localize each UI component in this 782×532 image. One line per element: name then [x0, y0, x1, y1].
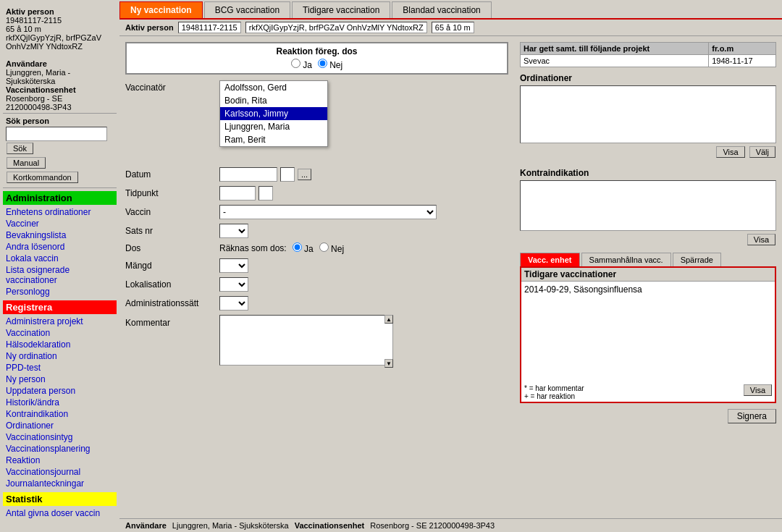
sidebar-item-ny-person[interactable]: Ny person: [3, 373, 117, 385]
sidebar-item-vacciner[interactable]: Vacciner: [3, 218, 117, 229]
ordinationer-box: [520, 85, 776, 143]
ordinationer-section: Ordinationer Visa Välj: [520, 73, 776, 162]
dos-ja-radio[interactable]: [293, 242, 302, 252]
visa-valj-buttons: Visa Välj: [520, 145, 776, 159]
sidebar-item-lista-osignerade[interactable]: Lista osignerade vaccinationer: [3, 264, 117, 286]
tab-bcg-vaccination[interactable]: BCG vaccination: [204, 1, 290, 18]
sidebar-item-historik-andra[interactable]: Historik/ändra: [3, 397, 117, 408]
tab-ny-vaccination[interactable]: Ny vaccination: [119, 1, 203, 18]
tidpunkt-extra[interactable]: [258, 186, 273, 200]
vacc-tab-sammanhallna[interactable]: Sammanhållna vacc.: [581, 253, 671, 266]
reaction-ja-radio[interactable]: [291, 59, 300, 68]
project-name: Svevac: [521, 55, 709, 67]
stats-header: Statistik: [3, 492, 117, 506]
kommentar-row: Kommentar ▲ ▼: [125, 315, 508, 368]
patient-name2: OnhVzMlY YNdtoxRZ: [6, 42, 112, 51]
vaccin-select[interactable]: -: [219, 205, 437, 219]
form-panel: Reaktion föreg. dos Ja Nej Vaccinatör: [119, 36, 514, 518]
aktiv-person-id: 19481117-2115: [178, 22, 241, 33]
project-date-col-header: fr.o.m: [709, 43, 776, 55]
kommentar-scroll-up[interactable]: ▲: [384, 315, 393, 324]
dos-nej-label[interactable]: Nej: [319, 242, 344, 254]
vacc-tab-enhet[interactable]: Vacc. enhet: [520, 253, 580, 266]
ordinationer-visa-button[interactable]: Visa: [716, 146, 744, 158]
dropdown-item-adolfsson[interactable]: Adolfsson, Gerd: [220, 81, 327, 94]
aktiv-person-bar-label: Aktiv person: [125, 23, 174, 32]
sidebar-item-uppdatera-person[interactable]: Uppdatera person: [3, 385, 117, 397]
tidigare-vacc-visa-button[interactable]: Visa: [744, 384, 772, 396]
content-body: Reaktion föreg. dos Ja Nej Vaccinatör: [119, 36, 782, 518]
kontraindikation-visa-button[interactable]: Visa: [747, 234, 775, 245]
sidebar-item-vaccinationsjournal[interactable]: Vaccinationsjournal: [3, 466, 117, 478]
tidpunkt-control: [219, 186, 508, 200]
project-row: Svevac 1948-11-17: [521, 55, 776, 67]
sidebar-item-kontraindikation[interactable]: Kontraindikation: [3, 408, 117, 420]
tab-tidigare-vaccination[interactable]: Tidigare vaccination: [292, 1, 390, 18]
mangd-select[interactable]: [219, 258, 248, 273]
lokalisation-control: [219, 277, 508, 292]
vaccinor-row: Vaccinatör Adolfsson, Gerd Bodin, Rita K…: [125, 80, 508, 95]
datum-extra[interactable]: [280, 167, 295, 182]
sidebar-item-enhetens-ordinationer[interactable]: Enhetens ordinationer: [3, 206, 117, 218]
sidebar-item-ppd-test[interactable]: PPD-test: [3, 362, 117, 373]
kommentar-scroll-down[interactable]: ▼: [384, 359, 393, 368]
sidebar-item-vaccination[interactable]: Vaccination: [3, 327, 117, 339]
lokalisation-select[interactable]: [219, 277, 248, 292]
manual-button[interactable]: Manual: [7, 157, 46, 169]
sidebar-item-andra-losenord[interactable]: Andra lösenord: [3, 241, 117, 253]
vacc-tab-sparrade[interactable]: Spärrade: [673, 253, 721, 266]
datum-input[interactable]: [219, 167, 277, 182]
reaction-nej-label[interactable]: Nej: [318, 59, 342, 70]
dos-label: Dos: [125, 243, 219, 253]
sidebar-item-administrera-projekt[interactable]: Administrera projekt: [3, 316, 117, 327]
dos-ja-label[interactable]: Ja: [293, 242, 314, 254]
dropdown-item-karlsson[interactable]: Karlsson, Jimmy: [220, 107, 327, 120]
reaction-nej-radio[interactable]: [318, 59, 327, 68]
mangd-control: [219, 258, 508, 273]
content-area: Ny vaccination BCG vaccination Tidigare …: [119, 0, 782, 532]
sidebar-item-vaccinationsplanering[interactable]: Vaccinationsplanering: [3, 443, 117, 455]
sidebar-item-personlogg[interactable]: Personlogg: [3, 286, 117, 297]
sidebar-item-halsodeklaration[interactable]: Hälsodeklaration: [3, 339, 117, 350]
search-section: Sök person Sök Manual Kortkommandon: [3, 114, 117, 188]
kortkommandon-button[interactable]: Kortkommandon: [7, 172, 78, 183]
patient-info: Aktiv person 19481117-2115 65 å 10 m rkf…: [3, 4, 117, 114]
project-table: Har gett samt. till följande projekt fr.…: [520, 42, 776, 67]
satsnr-label: Sats nr: [125, 226, 219, 236]
datum-dots-button[interactable]: ...: [298, 169, 311, 180]
search-input[interactable]: [6, 127, 107, 141]
signera-button[interactable]: Signera: [728, 409, 776, 423]
tab-blandad-vaccination[interactable]: Blandad vaccination: [392, 1, 491, 18]
datum-label: Datum: [125, 169, 219, 180]
sidebar-item-antal-givna-doser[interactable]: Antal givna doser vaccin: [3, 507, 117, 519]
sidebar-item-lokala-vaccin[interactable]: Lokala vaccin: [3, 253, 117, 264]
sidebar-item-journalanteckningar[interactable]: Journalanteckningar: [3, 478, 117, 489]
adminsatt-select[interactable]: [219, 296, 248, 311]
kommentar-textarea[interactable]: [219, 315, 393, 366]
sidebar-item-ny-ordination[interactable]: Ny ordination: [3, 350, 117, 362]
vaccinor-label: Vaccinatör: [125, 83, 219, 93]
dropdown-item-ljunggren[interactable]: Ljunggren, Maria: [220, 120, 327, 133]
sidebar-item-vaccinationsintyg[interactable]: Vaccinationsintyg: [3, 431, 117, 443]
ordinationer-valj-button[interactable]: Välj: [749, 146, 775, 158]
sidebar-item-bevakningslista[interactable]: Bevakningslista: [3, 229, 117, 241]
sok-button[interactable]: Sök: [7, 143, 33, 154]
sidebar-item-reaktion[interactable]: Reaktion: [3, 455, 117, 466]
dos-control: Räknas som dos: Ja Nej: [219, 242, 508, 254]
dos-nej-radio[interactable]: [319, 242, 329, 252]
satsnr-control: [219, 224, 508, 238]
satsnr-row: Sats nr: [125, 224, 508, 238]
mangd-row: Mängd: [125, 258, 508, 273]
signera-area: Signera: [520, 406, 776, 423]
reaction-radio-group: Ja Nej: [130, 59, 504, 70]
tidpunkt-input[interactable]: [219, 186, 256, 200]
sok-person-label: Sök person: [6, 117, 114, 125]
vaccinationsenhet-label: Vaccinationsenhet: [6, 85, 112, 94]
reaction-ja-label[interactable]: Ja: [291, 59, 312, 70]
dropdown-item-bodin[interactable]: Bodin, Rita: [220, 94, 327, 107]
project-section: Har gett samt. till följande projekt fr.…: [520, 42, 776, 67]
satsnr-select[interactable]: [219, 224, 248, 238]
sidebar-item-ordinationer[interactable]: Ordinationer: [3, 420, 117, 431]
project-col-header: Har gett samt. till följande projekt: [521, 43, 709, 55]
dropdown-item-ram[interactable]: Ram, Berit: [220, 133, 327, 146]
